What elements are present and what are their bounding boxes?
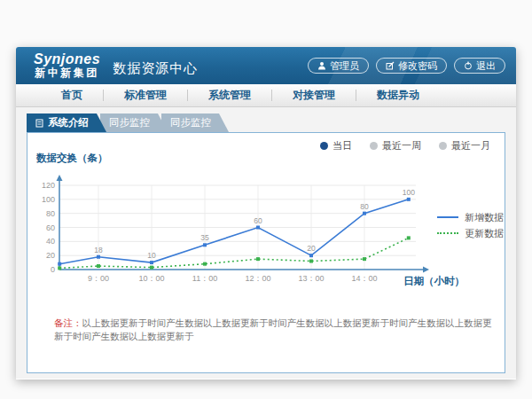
header-actions: 管理员 修改密码 退出 — [308, 58, 505, 74]
radio-option-today[interactable]: 当日 — [320, 139, 352, 153]
radio-label: 最近一周 — [382, 139, 421, 153]
nav-item-home[interactable]: 首页 — [41, 90, 104, 101]
tab-sync-monitor-1[interactable]: 同步监控 — [100, 113, 168, 132]
logo-text-en: Synjones — [34, 52, 100, 67]
main-navbar: 首页 标准管理 系统管理 对接管理 数据异动 — [16, 84, 516, 107]
svg-text:20: 20 — [46, 251, 55, 260]
edit-icon — [386, 61, 395, 70]
tab-label: 系统介绍 — [48, 116, 89, 129]
x-axis-title: 日期（小时） — [403, 275, 465, 288]
tab-bar: 系统介绍 同步监控 同步监控 — [27, 113, 229, 132]
radio-label: 最近一月 — [451, 139, 490, 153]
change-password-button[interactable]: 修改密码 — [376, 58, 447, 74]
svg-text:14：00: 14：00 — [351, 274, 377, 283]
app-header: Synjones 新中新集团 数据资源中心 管理员 修改密 — [16, 47, 516, 84]
svg-text:10：00: 10：00 — [138, 274, 164, 283]
app-window: Synjones 新中新集团 数据资源中心 管理员 修改密 — [16, 47, 516, 379]
footnote-prefix: 备注： — [54, 317, 82, 328]
svg-text:100: 100 — [403, 188, 415, 197]
nav-item-standard-mgmt[interactable]: 标准管理 — [104, 90, 188, 101]
svg-text:13：00: 13：00 — [298, 274, 324, 283]
nav-item-system-mgmt[interactable]: 系统管理 — [188, 90, 272, 101]
svg-text:120: 120 — [42, 181, 55, 190]
user-icon — [317, 61, 326, 70]
company-logo: Synjones 新中新集团 — [34, 52, 100, 78]
radio-dot — [320, 142, 328, 150]
solid-line-swatch — [437, 216, 458, 218]
power-icon — [464, 61, 473, 70]
footnote-text: 以上数据更新于时间产生数据以上数据更新于时间产生数据以上数据更新于时间产生数据以… — [54, 317, 492, 341]
svg-text:10: 10 — [147, 251, 156, 260]
document-icon — [35, 119, 43, 128]
tab-sync-monitor-2[interactable]: 同步监控 — [161, 113, 229, 132]
radio-option-last-week[interactable]: 最近一周 — [370, 139, 421, 153]
legend-label: 更新数据 — [465, 227, 504, 240]
radio-option-last-month[interactable]: 最近一月 — [439, 139, 490, 153]
radio-label: 当日 — [332, 139, 352, 153]
svg-text:80: 80 — [46, 209, 55, 218]
content-area: 系统介绍 同步监控 同步监控 当日 最近一周 — [16, 107, 516, 379]
y-axis-title: 数据交换（条） — [36, 152, 108, 165]
chart-panel: 当日 最近一周 最近一月 数据交换（条） 0204060801001209：00… — [27, 132, 505, 373]
time-range-radio-group: 当日 最近一周 最近一月 — [320, 139, 490, 153]
radio-dot — [370, 142, 378, 150]
svg-text:0: 0 — [51, 265, 55, 274]
logout-label: 退出 — [476, 59, 496, 73]
nav-item-data-change[interactable]: 数据异动 — [356, 90, 440, 101]
user-button-label: 管理员 — [330, 59, 359, 73]
dotted-line-swatch — [437, 232, 458, 234]
svg-text:60: 60 — [46, 223, 55, 232]
legend-item-new-data[interactable]: 新增数据 — [437, 209, 504, 225]
svg-text:20: 20 — [307, 244, 316, 253]
svg-text:60: 60 — [254, 216, 262, 225]
page-background: Synjones 新中新集团 数据资源中心 管理员 修改密 — [0, 0, 532, 399]
series-legend: 新增数据 更新数据 — [437, 209, 504, 241]
tab-label: 同步监控 — [170, 116, 211, 129]
logout-button[interactable]: 退出 — [454, 58, 505, 74]
svg-text:18: 18 — [94, 246, 103, 254]
svg-text:9：00: 9：00 — [88, 274, 109, 283]
footnote: 备注：以上数据更新于时间产生数据以上数据更新于时间产生数据以上数据更新于时间产生… — [54, 317, 497, 342]
legend-item-updated-data[interactable]: 更新数据 — [437, 225, 504, 241]
svg-text:40: 40 — [46, 237, 55, 246]
nav-item-interface-mgmt[interactable]: 对接管理 — [272, 90, 356, 101]
tab-label: 同步监控 — [109, 116, 150, 129]
tab-system-intro[interactable]: 系统介绍 — [27, 113, 106, 132]
svg-text:100: 100 — [42, 195, 55, 204]
svg-text:80: 80 — [360, 202, 369, 211]
svg-text:35: 35 — [200, 233, 209, 242]
logo-text-cn: 新中新集团 — [34, 67, 100, 79]
change-password-label: 修改密码 — [398, 59, 437, 73]
page-title: 数据资源中心 — [113, 55, 198, 77]
svg-text:12：00: 12：00 — [245, 274, 270, 283]
line-chart: 0204060801001209：0010：0011：0012：0013：001… — [35, 172, 435, 289]
user-button[interactable]: 管理员 — [308, 58, 369, 74]
legend-label: 新增数据 — [465, 211, 504, 224]
svg-text:11：00: 11：00 — [192, 274, 217, 283]
radio-dot — [439, 142, 447, 150]
